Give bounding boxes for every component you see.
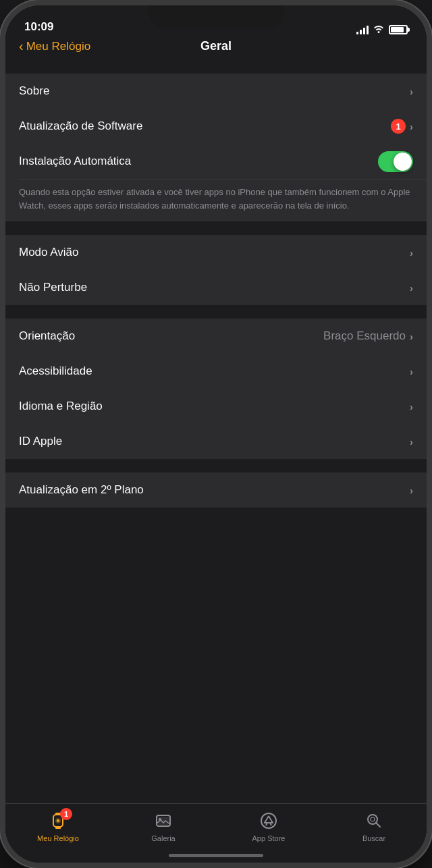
tab-appstore-icon-wrap — [257, 809, 280, 832]
tab-galeria-label: Galeria — [151, 834, 175, 842]
phone-frame: 10:09 ‹ — [0, 0, 432, 868]
row-aviao-right: › — [410, 247, 413, 259]
row-plano-label: Atualização em 2º Plano — [19, 483, 144, 497]
section-group-4: Atualização em 2º Plano › — [5, 472, 427, 508]
row-id-apple-right: › — [410, 436, 413, 447]
row-acessibilidade-label: Acessibilidade — [19, 364, 92, 378]
chevron-icon: › — [410, 121, 413, 132]
relogio-tab-badge: 1 — [60, 808, 72, 820]
tab-app-store[interactable]: App Store — [216, 808, 321, 842]
row-acessibilidade[interactable]: Acessibilidade › — [5, 354, 427, 389]
row-idioma-regiao[interactable]: Idioma e Região › — [5, 389, 427, 424]
section-spacer-2 — [5, 221, 427, 235]
svg-point-12 — [371, 817, 375, 821]
svg-point-7 — [159, 818, 161, 821]
row-sobre[interactable]: Sobre › — [5, 74, 427, 109]
screen-content: 10:09 ‹ — [5, 5, 427, 863]
section-spacer-4 — [5, 459, 427, 472]
chevron-icon: › — [410, 247, 413, 259]
section-group-3: Orientação Braço Esquerdo › Acessibilida… — [5, 319, 427, 459]
row-orientacao[interactable]: Orientação Braço Esquerdo › — [5, 319, 427, 354]
chevron-icon: › — [410, 282, 413, 294]
section-group-1: Sobre › Atualização de Software 1 › Inst… — [5, 74, 427, 221]
tab-appstore-label: App Store — [252, 834, 286, 842]
tab-buscar-icon-wrap — [362, 809, 385, 832]
wifi-icon — [373, 24, 385, 35]
row-nao-perturbe-label: Não Perturbe — [19, 281, 87, 294]
row-atualizacao-label: Atualização de Software — [19, 119, 142, 133]
row-instalacao-right — [378, 151, 413, 172]
chevron-icon: › — [410, 485, 413, 496]
row-sobre-right: › — [410, 86, 413, 97]
status-icons — [356, 24, 408, 35]
back-chevron-icon: ‹ — [19, 38, 24, 54]
row-nao-perturbe[interactable]: Não Perturbe › — [5, 270, 427, 305]
chevron-icon: › — [410, 436, 413, 447]
status-time: 10:09 — [24, 20, 53, 35]
row-atualizacao-plano[interactable]: Atualização em 2º Plano › — [5, 472, 427, 508]
nav-title: Geral — [200, 39, 232, 53]
row-orientacao-label: Orientação — [19, 329, 75, 343]
instalacao-description: Quando esta opção estiver ativada e você… — [5, 179, 427, 221]
chevron-icon: › — [410, 366, 413, 377]
row-idioma-right: › — [410, 401, 413, 412]
chevron-icon: › — [410, 401, 413, 412]
row-sobre-label: Sobre — [19, 84, 49, 98]
tab-galeria[interactable]: Galeria — [111, 808, 216, 842]
section-group-2: Modo Avião › Não Perturbe › — [5, 235, 427, 305]
svg-point-8 — [261, 813, 276, 828]
galeria-icon — [154, 811, 173, 830]
chevron-icon: › — [410, 86, 413, 97]
tab-relogio-icon-wrap: 1 — [47, 809, 70, 832]
row-plano-right: › — [410, 485, 413, 496]
instalacao-toggle[interactable] — [378, 151, 413, 172]
orientacao-value: Braço Esquerdo — [323, 329, 406, 343]
tab-buscar[interactable]: Buscar — [321, 808, 427, 842]
update-badge: 1 — [391, 119, 406, 134]
svg-line-11 — [377, 823, 381, 828]
section-spacer-3 — [5, 305, 427, 319]
chevron-icon: › — [410, 331, 413, 342]
tab-relogio-label: Meu Relógio — [37, 834, 79, 842]
appstore-icon — [259, 811, 278, 830]
row-atualizacao-right: 1 › — [391, 119, 413, 134]
row-orientacao-right: Braço Esquerdo › — [323, 329, 413, 343]
home-indicator — [169, 854, 263, 857]
svg-rect-2 — [55, 826, 61, 829]
tab-galeria-icon-wrap — [152, 809, 175, 832]
battery-icon — [389, 25, 408, 34]
search-icon — [364, 811, 383, 830]
row-instalacao-label: Instalação Automática — [19, 155, 131, 168]
row-instalacao[interactable]: Instalação Automática — [5, 144, 427, 179]
back-button[interactable]: ‹ Meu Relógio — [19, 39, 90, 54]
row-perturbe-right: › — [410, 282, 413, 294]
back-label: Meu Relógio — [26, 40, 90, 53]
notch — [148, 5, 284, 28]
row-acessibilidade-right: › — [410, 366, 413, 377]
row-modo-aviao-label: Modo Avião — [19, 246, 79, 259]
row-atualizacao-software[interactable]: Atualização de Software 1 › — [5, 109, 427, 144]
tab-meu-relogio[interactable]: 1 Meu Relógio — [5, 808, 111, 842]
section-spacer-top — [5, 60, 427, 74]
row-id-apple-label: ID Apple — [19, 435, 62, 448]
svg-point-4 — [57, 819, 59, 822]
signal-bars-icon — [356, 25, 369, 34]
tab-buscar-label: Buscar — [362, 834, 385, 842]
toggle-knob — [394, 153, 412, 171]
row-idioma-label: Idioma e Região — [19, 400, 103, 413]
row-id-apple[interactable]: ID Apple › — [5, 424, 427, 459]
row-modo-aviao[interactable]: Modo Avião › — [5, 235, 427, 270]
